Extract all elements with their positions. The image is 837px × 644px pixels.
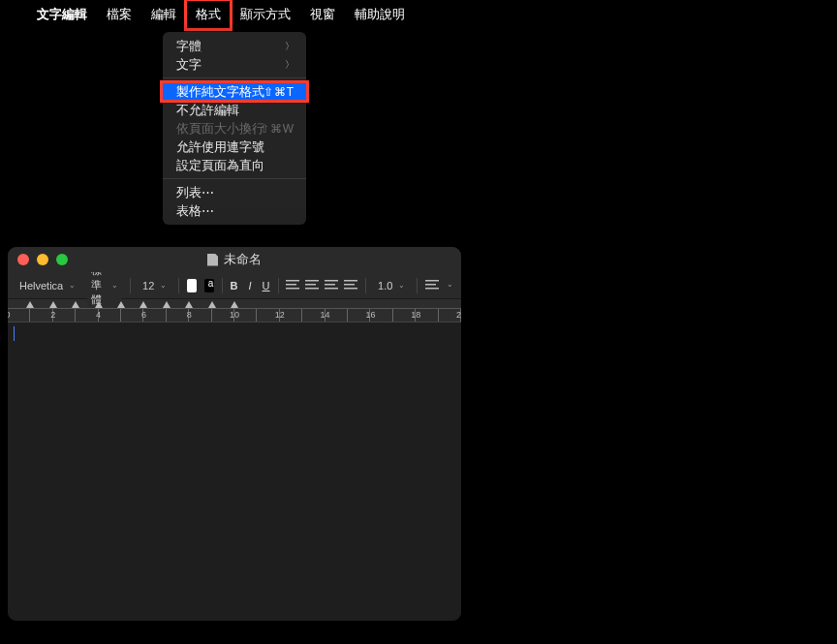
ruler-tick-label: 4 [96, 310, 101, 320]
toolbar-separator [178, 278, 179, 293]
ruler-area: 02468101214161820 [8, 299, 461, 322]
tab-stops[interactable] [8, 299, 461, 309]
chevron-down-icon: ⌄ [398, 281, 405, 290]
italic-button[interactable]: I [246, 280, 255, 291]
format-toolbar: Helvetica ⌄ 標準體 ⌄ 12 ⌄ B I U 1.0 ⌄ [8, 272, 461, 299]
apple-menu[interactable] [10, 0, 27, 29]
align-center-button[interactable] [305, 280, 319, 291]
menu-prevent-editing-label: 不允許編輯 [176, 102, 239, 119]
tab-stop-marker[interactable] [163, 301, 170, 308]
menu-prevent-editing[interactable]: 不允許編輯 [163, 101, 306, 119]
toolbar-separator [365, 278, 366, 293]
menubar: 文字編輯 檔案 編輯 格式 顯示方式 視窗 輔助說明 [0, 0, 837, 29]
align-justify-button[interactable] [344, 280, 357, 291]
ruler-tick-label: 10 [230, 310, 239, 320]
menu-allow-ligatures[interactable]: 允許使用連字號 [163, 138, 306, 156]
menu-list[interactable]: 列表⋯ [163, 183, 306, 201]
menu-shortcut: ⇧⌘T [264, 85, 294, 99]
highlight-color-button[interactable] [204, 279, 214, 292]
menu-orientation[interactable]: 設定頁面為直向 [163, 156, 306, 174]
window-titlebar[interactable]: 未命名 [8, 247, 461, 272]
window-title: 未命名 [8, 251, 461, 268]
menu-font-label: 字體 [176, 38, 202, 55]
menu-separator [163, 178, 306, 179]
traffic-lights [8, 254, 68, 265]
zoom-button[interactable] [56, 254, 68, 265]
window-title-text: 未命名 [224, 251, 262, 268]
alignment-group [286, 280, 357, 291]
underline-button[interactable]: U [262, 280, 270, 291]
menu-help[interactable]: 輔助說明 [345, 0, 415, 29]
chevron-updown-icon: ⌄ [160, 281, 167, 290]
tab-stop-marker[interactable] [208, 301, 216, 308]
tab-stop-marker[interactable] [26, 301, 34, 308]
toolbar-separator [130, 278, 131, 293]
font-size-value: 12 [142, 280, 154, 291]
font-family-value: Helvetica [19, 280, 63, 291]
menu-separator [163, 77, 306, 78]
menu-edit[interactable]: 編輯 [141, 0, 186, 29]
font-family-select[interactable]: Helvetica ⌄ [16, 278, 79, 293]
ruler-tick-label: 18 [411, 310, 420, 320]
list-style-select[interactable]: ⌄ [425, 280, 453, 291]
menu-wrap-to-page-label: 依頁面大小換行 [176, 120, 264, 138]
align-left-button[interactable] [286, 280, 299, 291]
line-spacing-select[interactable]: 1.0 ⌄ [374, 278, 409, 293]
close-button[interactable] [17, 254, 29, 265]
menu-orientation-label: 設定頁面為直向 [176, 157, 264, 174]
menu-file[interactable]: 檔案 [97, 0, 141, 29]
ruler-tick-label: 12 [275, 310, 285, 320]
menu-text-label: 文字 [176, 56, 202, 74]
document-icon [207, 254, 218, 266]
tab-stop-marker[interactable] [231, 301, 238, 308]
font-size-select[interactable]: 12 ⌄ [139, 278, 170, 293]
app-name-menu[interactable]: 文字編輯 [27, 0, 97, 29]
ruler-tick-label: 20 [456, 310, 461, 320]
menu-table-label: 表格⋯ [176, 202, 214, 220]
menu-list-label: 列表⋯ [176, 184, 214, 201]
textedit-window: 未命名 Helvetica ⌄ 標準體 ⌄ 12 ⌄ B I U [8, 247, 461, 621]
chevron-right-icon: 〉 [285, 58, 294, 72]
menu-make-plain-text[interactable]: 製作純文字格式 ⇧⌘T [163, 82, 306, 101]
toolbar-separator [417, 278, 418, 293]
menu-allow-ligatures-label: 允許使用連字號 [176, 138, 264, 156]
ruler-tick-label: 6 [141, 310, 146, 320]
ruler-tick-label: 2 [50, 310, 55, 320]
list-icon [425, 280, 439, 291]
chevron-updown-icon: ⌄ [111, 281, 118, 290]
chevron-right-icon: 〉 [285, 40, 294, 53]
toolbar-separator [278, 278, 279, 293]
ruler-tick-label: 14 [321, 310, 330, 320]
chevron-down-icon: ⌄ [447, 280, 453, 291]
menu-shortcut: ⇧⌘W [260, 122, 294, 136]
toolbar-separator [222, 278, 223, 293]
tab-stop-marker[interactable] [49, 301, 57, 308]
menu-wrap-to-page: 依頁面大小換行 ⇧⌘W [163, 119, 306, 138]
menu-window[interactable]: 視窗 [300, 0, 345, 29]
chevron-updown-icon: ⌄ [69, 281, 76, 290]
menu-view[interactable]: 顯示方式 [231, 0, 300, 29]
line-spacing-value: 1.0 [378, 280, 392, 291]
align-right-button[interactable] [325, 280, 338, 291]
minimize-button[interactable] [37, 254, 48, 265]
ruler-tick-label: 8 [187, 310, 192, 320]
menu-font[interactable]: 字體 〉 [163, 37, 306, 55]
menu-text[interactable]: 文字 〉 [163, 55, 306, 74]
tab-stop-marker[interactable] [140, 301, 147, 308]
menu-table[interactable]: 表格⋯ [163, 201, 306, 220]
ruler-scale[interactable]: 02468101214161820 [8, 309, 461, 322]
tab-stop-marker[interactable] [185, 301, 193, 308]
text-color-button[interactable] [187, 279, 197, 292]
menu-make-plain-text-label: 製作純文字格式 [176, 83, 264, 101]
format-dropdown: 字體 〉 文字 〉 製作純文字格式 ⇧⌘T 不允許編輯 依頁面大小換行 ⇧⌘W … [163, 32, 306, 225]
document-area[interactable] [8, 322, 461, 621]
bold-button[interactable]: B [230, 280, 238, 291]
menu-format[interactable]: 格式 [186, 0, 231, 29]
ruler-tick-label: 0 [8, 310, 11, 320]
tab-stop-marker[interactable] [117, 301, 125, 308]
tab-stop-marker[interactable] [95, 301, 103, 308]
text-caret [14, 326, 15, 341]
ruler-tick-label: 16 [365, 310, 375, 320]
tab-stop-marker[interactable] [72, 301, 79, 308]
